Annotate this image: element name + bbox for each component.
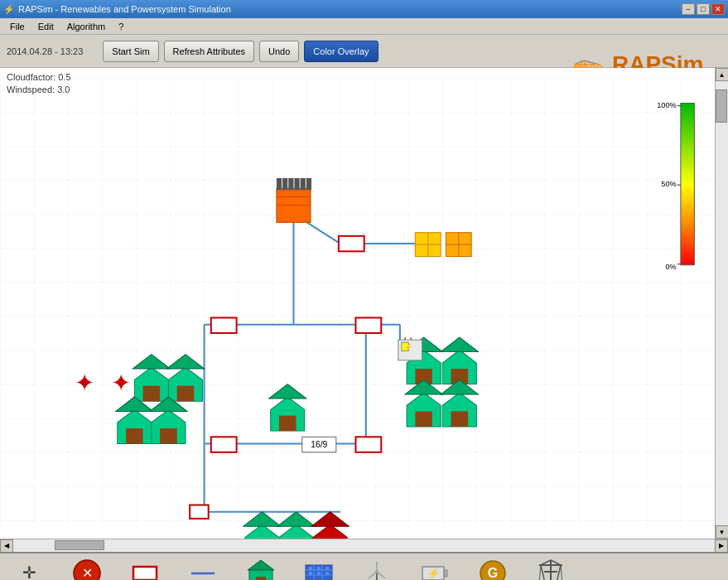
start-sim-button[interactable]: Start Sim <box>103 41 158 62</box>
svg-text:✦: ✦ <box>111 370 131 396</box>
svg-rect-21 <box>277 178 282 190</box>
bus-tool[interactable] <box>124 558 166 580</box>
svg-text:0%: 0% <box>665 263 676 271</box>
app-icon: ⚡ <box>3 4 15 15</box>
delete-tool[interactable]: ✕ <box>66 558 108 580</box>
scroll-left-button[interactable]: ◀ <box>0 539 13 553</box>
horizontal-scrollbar[interactable]: ◀ ▶ <box>0 539 728 552</box>
svg-rect-15 <box>211 437 237 452</box>
svg-rect-102 <box>317 572 321 575</box>
svg-text:⚡: ⚡ <box>427 567 440 579</box>
svg-rect-12 <box>339 236 364 251</box>
svg-rect-92 <box>256 577 266 580</box>
svg-rect-98 <box>309 567 312 570</box>
move-tool[interactable]: ✛ <box>8 558 50 580</box>
svg-rect-0 <box>0 78 715 529</box>
svg-line-122 <box>561 565 562 580</box>
bottom-toolbar: ✛ ✕ <box>0 552 728 580</box>
svg-rect-22 <box>282 178 287 190</box>
titlebar: ⚡ RAPSim - Renewables and Powersystem Si… <box>0 0 728 18</box>
svg-rect-39 <box>143 386 161 401</box>
toolbar: 2014.04.28 - 13:23 Start Sim Refresh Att… <box>0 35 728 68</box>
svg-rect-78 <box>681 104 694 265</box>
svg-text:50%: 50% <box>661 180 676 188</box>
scroll-up-button[interactable]: ▲ <box>716 68 729 81</box>
svg-text:100%: 100% <box>657 101 677 109</box>
svg-text:⚡: ⚡ <box>404 344 413 353</box>
svg-text:✛: ✛ <box>22 563 36 580</box>
svg-rect-63 <box>451 411 469 426</box>
svg-rect-110 <box>444 570 447 577</box>
svg-rect-17 <box>190 505 209 518</box>
solar-panel-tool[interactable] <box>298 558 340 580</box>
house-tool[interactable] <box>240 558 282 580</box>
maximize-button[interactable]: □ <box>697 3 710 15</box>
menu-file[interactable]: File <box>3 18 31 34</box>
color-overlay-button[interactable]: Color Overlay <box>304 41 378 62</box>
vertical-scrollbar[interactable]: ▲ ▼ <box>715 68 728 539</box>
window-title: ⚡ RAPSim - Renewables and Powersystem Si… <box>3 4 682 15</box>
svg-rect-14 <box>355 317 381 332</box>
svg-rect-99 <box>317 567 321 570</box>
svg-rect-42 <box>177 386 195 401</box>
svg-line-107 <box>377 572 385 578</box>
svg-line-108 <box>369 572 377 578</box>
svg-rect-48 <box>160 428 177 443</box>
svg-rect-26 <box>306 178 311 190</box>
svg-marker-91 <box>248 560 274 570</box>
svg-rect-24 <box>294 178 299 190</box>
menu-algorithm[interactable]: Algorithm <box>60 18 112 34</box>
svg-rect-88 <box>133 567 157 580</box>
scroll-right-button[interactable]: ▶ <box>715 539 728 553</box>
svg-text:G: G <box>488 566 498 580</box>
menu-edit[interactable]: Edit <box>31 18 60 34</box>
refresh-attributes-button[interactable]: Refresh Attributes <box>164 41 254 62</box>
close-button[interactable]: ✕ <box>711 3 725 15</box>
svg-text:✕: ✕ <box>82 566 93 580</box>
svg-rect-60 <box>415 411 432 426</box>
svg-text:✦: ✦ <box>75 370 94 396</box>
svg-rect-100 <box>325 567 329 570</box>
svg-rect-101 <box>309 572 312 575</box>
svg-line-121 <box>539 565 541 580</box>
simulation-canvas[interactable]: Cloudfactor: 0.5 Windspeed: 3.0 <box>0 68 715 539</box>
svg-rect-25 <box>301 178 306 190</box>
scroll-track-vertical[interactable] <box>716 81 728 525</box>
svg-rect-16 <box>355 437 381 452</box>
svg-rect-13 <box>211 317 237 332</box>
sim-svg: 16/9 ✦ ✦ <box>0 68 715 539</box>
svg-rect-23 <box>288 178 293 190</box>
svg-rect-103 <box>325 572 329 575</box>
minimize-button[interactable]: − <box>682 3 695 15</box>
generator-tool[interactable]: G <box>472 558 513 580</box>
svg-rect-45 <box>126 428 143 443</box>
scroll-down-button[interactable]: ▼ <box>716 525 729 539</box>
menu-help[interactable]: ? <box>112 18 130 34</box>
pylon-tool[interactable] <box>530 558 571 580</box>
wind-turbine-tool[interactable] <box>356 558 398 580</box>
title-text: RAPSim - Renewables and Powersystem Simu… <box>18 4 231 14</box>
datetime-label: 2014.04.28 - 13:23 <box>7 46 83 56</box>
scroll-track-horizontal[interactable] <box>13 539 715 552</box>
window-controls: − □ ✕ <box>682 3 725 15</box>
svg-rect-51 <box>279 416 297 431</box>
battery-tool[interactable]: ⚡ <box>414 558 456 580</box>
undo-button[interactable]: Undo <box>259 41 299 62</box>
line-tool[interactable] <box>182 558 224 580</box>
scroll-thumb-horizontal[interactable] <box>55 540 104 550</box>
svg-text:16/9: 16/9 <box>311 440 327 449</box>
menubar: File Edit Algorithm ? <box>0 18 728 35</box>
scroll-thumb-vertical[interactable] <box>716 89 727 123</box>
